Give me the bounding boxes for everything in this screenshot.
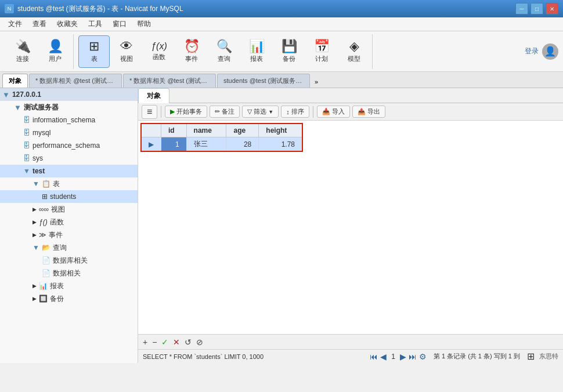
sidebar-db-performance-schema[interactable]: 🗄 performance_schema bbox=[0, 139, 138, 152]
sidebar-views-folder[interactable]: ▶ ∞∞ 视图 bbox=[0, 203, 138, 216]
grid-view-icon[interactable]: ⊞ bbox=[527, 351, 535, 362]
sidebar-query-db-related[interactable]: 📄 数据库相关 bbox=[0, 254, 138, 267]
function-icon: ƒ(x) bbox=[151, 42, 167, 51]
tab-students[interactable]: students @test (测试服务器) ... bbox=[217, 74, 310, 88]
table-button[interactable]: ⊞ 表 bbox=[78, 35, 110, 68]
sidebar-table-students[interactable]: ⊞ students bbox=[0, 190, 138, 203]
cancel-edit-button[interactable]: ✕ bbox=[173, 337, 180, 347]
clear-button[interactable]: ⊘ bbox=[196, 337, 203, 347]
sidebar-db-test[interactable]: ▼ test bbox=[0, 165, 138, 177]
tab-more-button[interactable]: » bbox=[311, 76, 322, 88]
nav-last-button[interactable]: ⏭ bbox=[409, 352, 417, 361]
row-arrow-cell: ▶ bbox=[141, 137, 161, 152]
sidebar-db-sys[interactable]: 🗄 sys bbox=[0, 152, 138, 165]
user-avatar: 👤 bbox=[542, 43, 558, 60]
report-button[interactable]: 📊 报表 bbox=[241, 35, 272, 68]
user-button[interactable]: 👤 用户 bbox=[39, 35, 71, 68]
tab-db-query-1[interactable]: * 数据库相关 @test (测试服务器... bbox=[29, 74, 122, 88]
sidebar-reports-folder[interactable]: ▶ 📊 报表 bbox=[0, 280, 138, 292]
event-label: 事件 bbox=[185, 55, 198, 63]
backup-button[interactable]: 💾 备份 bbox=[273, 35, 305, 68]
close-button[interactable]: ✕ bbox=[546, 3, 558, 14]
sidebar-server-name[interactable]: ▼ 测试服务器 bbox=[0, 101, 138, 114]
filter-label: 筛选 bbox=[254, 107, 266, 116]
event-button[interactable]: ⏰ 事件 bbox=[176, 35, 207, 68]
model-icon: ◈ bbox=[349, 40, 359, 53]
query-button[interactable]: 🔍 查询 bbox=[208, 35, 240, 68]
brand-label: 东思特 bbox=[539, 352, 558, 361]
title-bar-controls[interactable]: ─ □ ✕ bbox=[515, 3, 558, 14]
separator-2 bbox=[313, 106, 313, 118]
function-button[interactable]: ƒ(x) 函数 bbox=[143, 35, 175, 68]
sidebar-events-folder[interactable]: ▶ ≫ 事件 bbox=[0, 228, 138, 241]
col-header-height: height bbox=[259, 124, 302, 137]
model-button[interactable]: ◈ 模型 bbox=[338, 35, 370, 68]
filter-button[interactable]: ▽ 筛选 ▼ bbox=[242, 106, 279, 118]
menu-tools[interactable]: 工具 bbox=[84, 18, 107, 30]
db-icon-3: 🗄 bbox=[23, 141, 30, 150]
export-button[interactable]: 📤 导出 bbox=[352, 106, 385, 118]
start-transaction-button[interactable]: ▶ 开始事务 bbox=[165, 106, 207, 118]
sidebar-functions-folder[interactable]: ▶ ƒ() 函数 bbox=[0, 216, 138, 228]
minimize-button[interactable]: ─ bbox=[515, 3, 528, 14]
confirm-button[interactable]: ✓ bbox=[161, 337, 168, 347]
sidebar-db-mysql[interactable]: 🗄 mysql bbox=[0, 126, 138, 139]
report-label: 报表 bbox=[250, 55, 263, 63]
menu-favorites[interactable]: 收藏夹 bbox=[52, 18, 82, 30]
maximize-button[interactable]: □ bbox=[530, 3, 543, 14]
nav-prev-button[interactable]: ◀ bbox=[380, 352, 387, 361]
content-area: 对象 ≡ ▶ 开始事务 ✏ 备注 ▽ 筛选 ▼ ↕ 排序 bbox=[138, 88, 563, 363]
tab-db-query-2[interactable]: * 数据库相关 @test (测试服务... bbox=[123, 74, 216, 88]
export-icon: 📤 bbox=[358, 108, 366, 115]
sidebar-query-data-related[interactable]: 📄 数据相关 bbox=[0, 267, 138, 280]
window-title: students @test (测试服务器) - 表 - Navicat for… bbox=[17, 4, 183, 14]
tab-objects[interactable]: 对象 bbox=[2, 74, 28, 88]
filter-icon: ▽ bbox=[247, 108, 252, 115]
sidebar-tables-folder[interactable]: ▼ 📋 表 bbox=[0, 177, 138, 190]
sidebar-db-information-schema[interactable]: 🗄 information_schema bbox=[0, 114, 138, 126]
table-row[interactable]: ▶ 1 张三 28 1.78 bbox=[141, 137, 302, 152]
settings-button[interactable]: ⚙ bbox=[419, 352, 427, 361]
db-name-5: test bbox=[33, 167, 45, 175]
nav-next-button[interactable]: ▶ bbox=[400, 352, 406, 361]
cell-name[interactable]: 张三 bbox=[186, 137, 226, 152]
schedule-button[interactable]: 📅 计划 bbox=[306, 35, 337, 68]
db-name-1: information_schema bbox=[33, 116, 95, 124]
connect-button[interactable]: 🔌 连接 bbox=[7, 35, 38, 68]
backups-icon: 🔲 bbox=[39, 295, 48, 303]
table-container: id name age height ▶ 1 张三 28 1.78 bbox=[138, 121, 563, 334]
import-button[interactable]: 📥 导入 bbox=[317, 106, 350, 118]
login-area[interactable]: 登录 👤 bbox=[525, 43, 558, 60]
export-label: 导出 bbox=[367, 107, 380, 116]
title-bar-left: N students @test (测试服务器) - 表 - Navicat f… bbox=[5, 4, 183, 14]
queries-label: 查询 bbox=[53, 243, 67, 253]
remove-record-button[interactable]: − bbox=[152, 337, 157, 347]
db-expand-icon-test: ▼ bbox=[23, 167, 30, 175]
menu-file[interactable]: 文件 bbox=[3, 18, 27, 30]
functions-label: 函数 bbox=[50, 217, 64, 227]
menu-window[interactable]: 窗口 bbox=[108, 18, 131, 30]
menu-view[interactable]: 查看 bbox=[28, 18, 51, 30]
table-icon: ⊞ bbox=[89, 40, 99, 53]
refresh-button[interactable]: ↺ bbox=[185, 337, 192, 347]
row-indicator-header bbox=[141, 124, 161, 137]
cell-id[interactable]: 1 bbox=[161, 137, 187, 152]
model-label: 模型 bbox=[348, 55, 360, 63]
sidebar-queries-folder[interactable]: ▼ 📂 查询 bbox=[0, 241, 138, 254]
server-name-label: 测试服务器 bbox=[24, 103, 59, 112]
comment-button[interactable]: ✏ 备注 bbox=[210, 106, 240, 118]
sidebar-server-item[interactable]: ▼ 127.0.0.1 bbox=[0, 88, 138, 101]
nav-first-button[interactable]: ⏮ bbox=[370, 352, 378, 361]
login-label[interactable]: 登录 bbox=[525, 46, 539, 56]
view-button[interactable]: 👁 视图 bbox=[111, 35, 142, 68]
add-record-button[interactable]: + bbox=[143, 337, 147, 347]
status-bar: SELECT * FROM `students` LIMIT 0, 1000 ⏮… bbox=[138, 349, 563, 363]
user-icon: 👤 bbox=[48, 40, 63, 53]
object-tab-objects[interactable]: 对象 bbox=[138, 88, 169, 104]
sidebar-backups-folder[interactable]: ▶ 🔲 备份 bbox=[0, 292, 138, 305]
sort-button[interactable]: ↕ 排序 bbox=[281, 106, 309, 118]
cell-age[interactable]: 28 bbox=[226, 137, 259, 152]
menu-help[interactable]: 帮助 bbox=[132, 18, 156, 30]
menu-button[interactable]: ≡ bbox=[142, 105, 157, 119]
cell-height[interactable]: 1.78 bbox=[259, 137, 302, 152]
